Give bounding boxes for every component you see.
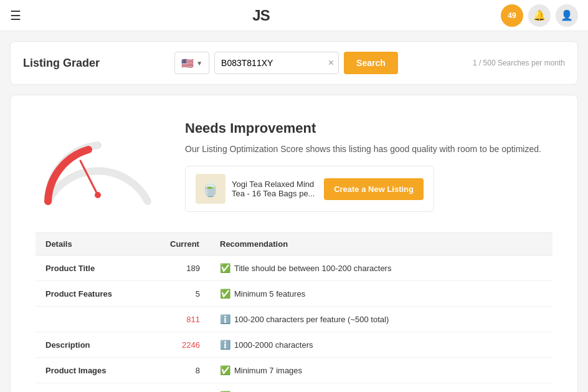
- details-table: Details Current Recommendation Product T…: [36, 232, 552, 392]
- chevron-down-icon: ▼: [196, 60, 202, 67]
- product-left: 🍵 Yogi Tea Relaxed Mind Tea - 16 Tea Bag…: [196, 174, 319, 204]
- row-current: 5: [160, 281, 210, 307]
- row-recommendation: ℹ️100-200 characters per feature (~500 t…: [210, 307, 552, 332]
- row-current: 8: [160, 383, 210, 393]
- nav-right: 49 🔔 👤: [501, 4, 578, 27]
- product-name: Yogi Tea Relaxed Mind Tea - 16 Tea Bags …: [232, 179, 319, 198]
- gauge-section: Needs Improvement Our Listing Optimizati…: [36, 114, 552, 214]
- user-icon: 👤: [561, 9, 573, 21]
- page-title: Listing Grader: [23, 57, 100, 70]
- info-icon: ℹ️: [220, 314, 230, 324]
- bell-icon: 🔔: [533, 9, 546, 21]
- table-row: Description2246ℹ️1000-2000 characters: [36, 332, 552, 358]
- country-selector[interactable]: 🇺🇸 ▼: [174, 52, 209, 74]
- search-limit: 1 / 500 Searches per month: [473, 59, 565, 67]
- row-current: 8: [160, 358, 210, 383]
- row-recommendation: ✅Minimum 5 features: [210, 281, 552, 307]
- bell-button[interactable]: 🔔: [528, 4, 551, 27]
- table-row: Product Images8✅Minimum 7 images: [36, 358, 552, 383]
- svg-line-0: [80, 161, 98, 195]
- table-body: Product Title189✅Title should be between…: [36, 256, 552, 393]
- row-label: Product Title: [36, 256, 160, 281]
- gauge-svg: [36, 114, 160, 214]
- table-row: 8✅High resolution image (smallest side m…: [36, 383, 552, 393]
- main-content: Listing Grader 🇺🇸 ▼ × Search 1 / 500 Sea…: [0, 31, 588, 392]
- gauge-info: Needs Improvement Our Listing Optimizati…: [185, 114, 552, 212]
- search-controls: 🇺🇸 ▼ × Search: [174, 52, 398, 74]
- row-label: Product Features: [36, 281, 160, 307]
- col-details: Details: [36, 233, 160, 256]
- recommendation-text: 1000-2000 characters: [234, 340, 313, 350]
- search-button[interactable]: Search: [344, 52, 398, 74]
- gauge-container: [36, 114, 160, 214]
- badge-icon: 49: [508, 11, 516, 20]
- create-listing-button[interactable]: Create a New Listing: [324, 178, 424, 200]
- clear-button[interactable]: ×: [328, 58, 334, 68]
- recommendation-text: 100-200 characters per feature (~500 tot…: [234, 315, 389, 324]
- check-icon: ✅: [220, 263, 230, 273]
- user-button[interactable]: 👤: [556, 4, 578, 27]
- recommendation-text: Minimum 5 features: [234, 289, 305, 299]
- product-thumbnail: 🍵: [196, 174, 225, 204]
- row-recommendation: ✅Title should be between 100-200 charact…: [210, 256, 552, 281]
- table-row: Product Title189✅Title should be between…: [36, 256, 552, 281]
- row-current: 2246: [160, 332, 210, 358]
- results-card: Needs Improvement Our Listing Optimizati…: [10, 95, 578, 392]
- svg-point-1: [95, 192, 101, 198]
- search-card: Listing Grader 🇺🇸 ▼ × Search 1 / 500 Sea…: [10, 41, 578, 85]
- row-current: 811: [160, 307, 210, 332]
- search-input-wrapper: ×: [214, 52, 339, 74]
- row-label: Product Images: [36, 358, 160, 383]
- app-logo: JS: [252, 7, 269, 24]
- asin-input[interactable]: [214, 52, 339, 74]
- row-label: [36, 307, 160, 332]
- hamburger-button[interactable]: ☰: [10, 8, 21, 23]
- recommendation-text: Minimum 7 images: [234, 366, 302, 375]
- check-icon: ✅: [220, 289, 230, 299]
- row-current: 189: [160, 256, 210, 281]
- table-header: Details Current Recommendation: [36, 233, 552, 256]
- hamburger-icon: ☰: [10, 9, 21, 22]
- row-recommendation: ✅Minimum 7 images: [210, 358, 552, 383]
- grade-description: Our Listing Optimization Score shows thi…: [185, 143, 552, 156]
- info-icon: ℹ️: [220, 340, 230, 350]
- col-recommendation: Recommendation: [210, 233, 552, 256]
- top-nav: ☰ JS 49 🔔 👤: [0, 0, 588, 31]
- row-label: [36, 383, 160, 393]
- row-recommendation: ✅High resolution image (smallest side mi…: [210, 383, 552, 393]
- badge-button[interactable]: 49: [501, 4, 523, 27]
- product-box: 🍵 Yogi Tea Relaxed Mind Tea - 16 Tea Bag…: [185, 166, 434, 212]
- check-icon: ✅: [220, 365, 230, 375]
- col-current: Current: [160, 233, 210, 256]
- table-row: 811ℹ️100-200 characters per feature (~50…: [36, 307, 552, 332]
- row-recommendation: ℹ️1000-2000 characters: [210, 332, 552, 358]
- flag-icon: 🇺🇸: [181, 57, 194, 69]
- table-row: Product Features5✅Minimum 5 features: [36, 281, 552, 307]
- grade-label: Needs Improvement: [185, 120, 552, 136]
- recommendation-text: Title should be between 100-200 characte…: [234, 264, 391, 273]
- row-label: Description: [36, 332, 160, 358]
